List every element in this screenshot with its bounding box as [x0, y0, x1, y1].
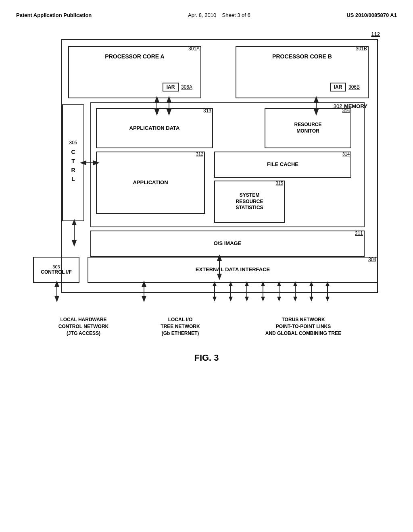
ext-data-if-text: EXTERNAL DATA INTERFACE [196, 266, 270, 273]
arrow-ctrl-if-down [52, 283, 62, 301]
box-processor-core-a: 301A PROCESSOR CORE A IAR 306A [68, 46, 201, 98]
box-memory-inner: 313 APPLICATION DATA 316 RESOURCE MONITO… [90, 102, 365, 227]
ref-316: 316 [342, 108, 350, 113]
ref-301b: 301B [356, 46, 367, 52]
figure-caption: FIG. 3 [16, 353, 397, 363]
processor-core-a-label: PROCESSOR CORE A [69, 47, 200, 60]
page-header: Patent Application Publication Apr. 8, 2… [16, 8, 397, 30]
box-file-cache: 314 FILE CACHE [214, 152, 351, 178]
publication-label: Patent Application Publication [16, 12, 92, 18]
bottom-labels: LOCAL HARDWARE CONTROL NETWORK (JTG ACCE… [33, 316, 380, 337]
ref-313: 313 [203, 108, 211, 114]
control-if-text: CONTROL I/F [41, 269, 71, 276]
resource-monitor-text: RESOURCE MONITOR [294, 122, 321, 134]
app-data-text: APPLICATION DATA [129, 125, 180, 132]
iar-b-container: IAR 306B [330, 83, 360, 91]
iar-b-box: IAR [330, 83, 346, 91]
ref-312: 312 [196, 152, 203, 156]
iar-a-container: IAR 306A [163, 83, 192, 91]
patent-number-label: US 2010/0085870 A1 [346, 12, 397, 18]
ref-303: 303 [52, 264, 60, 269]
ref-301a: 301A [188, 46, 200, 52]
box-ctrl: 305 CTRL [62, 104, 84, 221]
os-image-text: O/S IMAGE [214, 240, 242, 247]
box-resource-monitor: 316 RESOURCE MONITOR [265, 108, 351, 148]
diagram-container: 112 301A PROCESSOR CORE A IAR 306A [33, 30, 380, 312]
processor-core-b-label: PROCESSOR CORE B [236, 47, 368, 60]
ref-311: 311 [355, 231, 363, 236]
date-label: Apr. 8, 2010 [188, 12, 216, 18]
proc-core-a-text: PROCESSOR CORE A [69, 53, 200, 60]
ref-314: 314 [342, 152, 350, 156]
label-local-io: LOCAL I/O TREE NETWORK (Gb ETHERNET) [154, 316, 206, 337]
ref-305: 305 [69, 140, 77, 145]
file-cache-text: FILE CACHE [267, 161, 298, 168]
box-processor-core-b: 301B PROCESSOR CORE B IAR 306B [236, 46, 369, 98]
iar-a-label: IAR [167, 84, 175, 90]
box-ext-data-if: 304 EXTERNAL DATA INTERFACE [88, 257, 378, 283]
box-control-if: 303 CONTROL I/F [33, 257, 79, 283]
box-os-image: 311 O/S IMAGE [90, 231, 365, 257]
iar-a-box: IAR [163, 83, 179, 91]
label-torus: TORUS NETWORK POINT-TO-POINT LINKS AND G… [247, 316, 360, 337]
box-112: 301A PROCESSOR CORE A IAR 306A 301B [61, 39, 378, 293]
ref-315: 315 [276, 181, 283, 185]
date-sheet-label: Apr. 8, 2010 Sheet 3 of 6 [188, 12, 250, 18]
sheet-label: Sheet 3 of 6 [222, 12, 250, 18]
iar-b-label: IAR [334, 84, 342, 90]
ref-304: 304 [368, 257, 376, 262]
ref-112: 112 [371, 31, 380, 37]
arrow-ctrl-down [70, 221, 78, 245]
box-application: 312 APPLICATION [96, 152, 205, 214]
application-text: APPLICATION [133, 179, 168, 186]
page: Patent Application Publication Apr. 8, 2… [0, 0, 413, 532]
ref-306b: 306B [348, 84, 360, 90]
label-local-hw: LOCAL HARDWARE CONTROL NETWORK (JTG ACCE… [53, 316, 114, 337]
ctrl-text: CTRL [71, 148, 75, 184]
ref-306a: 306A [181, 84, 192, 90]
box-app-data: 313 APPLICATION DATA [96, 108, 213, 148]
sys-res-stats-text: SYSTEM RESOURCE STATISTICS [236, 192, 263, 211]
proc-core-b-text: PROCESSOR CORE B [236, 53, 368, 60]
diagram-area: 112 301A PROCESSOR CORE A IAR 306A [33, 30, 380, 337]
box-sys-res-stats: 315 SYSTEM RESOURCE STATISTICS [214, 181, 285, 223]
